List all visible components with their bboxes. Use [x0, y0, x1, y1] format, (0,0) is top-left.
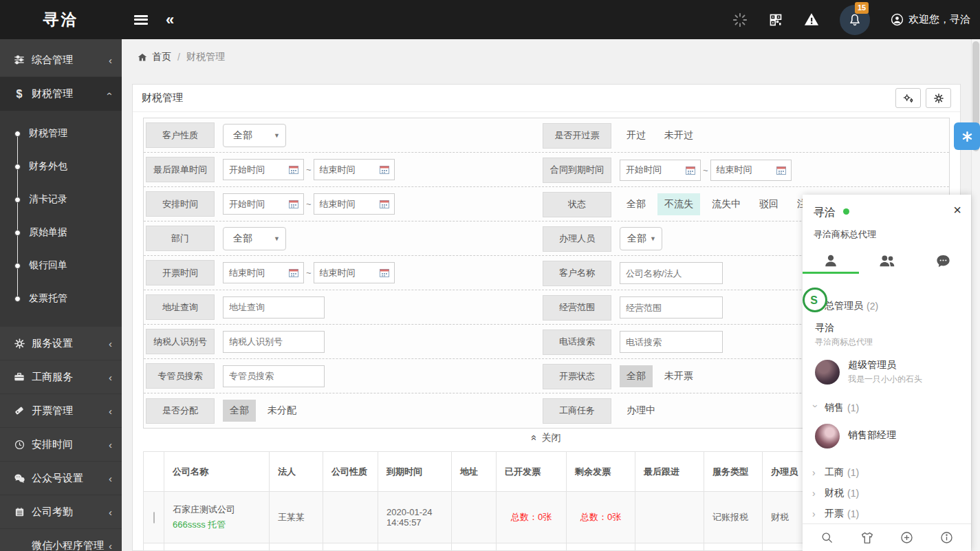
sidebar-item-miniprogram[interactable]: 微信小程序管理 ‹ — [0, 529, 122, 551]
filter-label: 开票时间 — [146, 260, 215, 285]
contact-xunqia[interactable]: S 寻洽 寻洽商标总代理 — [803, 316, 971, 354]
sidebar-item-finance-tax[interactable]: $ 财税管理 ‹ — [0, 77, 122, 111]
user-menu[interactable]: 欢迎您，寻洽 — [891, 13, 970, 26]
chat-header: 寻洽 × — [803, 195, 971, 220]
chevron-left-icon: ‹ — [109, 405, 112, 417]
group-admins[interactable]: › 总管理员 (2) — [803, 296, 971, 316]
info-icon[interactable] — [940, 531, 953, 544]
group-business[interactable]: › 工商 (1) — [803, 462, 971, 483]
option-invoiced-no[interactable]: 未开过 — [657, 125, 700, 147]
columns-settings-button[interactable] — [895, 88, 921, 108]
spinner-icon[interactable] — [732, 12, 748, 28]
breadcrumb-separator: / — [177, 52, 180, 63]
option-assigned-all[interactable]: 全部 — [223, 400, 256, 422]
notifications-button[interactable]: 15 — [840, 5, 870, 35]
group-count: (1) — [847, 508, 859, 519]
chevron-left-icon: ‹ — [109, 540, 112, 551]
option-invoice-status-all[interactable]: 全部 — [620, 365, 653, 387]
submenu-item-finance-tax[interactable]: 财税管理 — [0, 116, 122, 149]
supervisor-search-input[interactable] — [223, 365, 325, 387]
shirt-icon[interactable] — [860, 532, 874, 544]
group-finance[interactable]: › 财税 (1) — [803, 483, 971, 504]
filter-label: 是否分配 — [146, 398, 215, 424]
warning-icon[interactable] — [804, 12, 819, 28]
sidebar-item-invoice-mgmt[interactable]: 开票管理 ‹ — [0, 394, 122, 428]
sidebar-item-attendance[interactable]: 公司考勤 ‹ — [0, 495, 122, 529]
option-invoice-status-none[interactable]: 未开票 — [657, 365, 700, 387]
tilde-separator: ~ — [306, 268, 312, 278]
address-input[interactable] — [223, 296, 325, 318]
hamburger-menu-icon[interactable] — [134, 15, 148, 25]
department-select[interactable]: 全部 ▼ — [223, 227, 286, 250]
submenu-item-invoice-trust[interactable]: 发票托管 — [0, 281, 122, 314]
contact-super-admin[interactable]: 超级管理员 我是一只小小的石头 — [803, 354, 971, 391]
taxpayer-id-input[interactable] — [223, 331, 325, 353]
sidebar-item-service-settings[interactable]: 服务设置 ‹ — [0, 327, 122, 360]
page-scrollbar[interactable] — [971, 39, 980, 551]
tab-groups[interactable] — [859, 248, 915, 274]
sidebar-item-general[interactable]: 综合管理 ‹ — [0, 43, 122, 77]
option-assigned-none[interactable]: 未分配 — [261, 400, 303, 422]
chevron-left-icon: ‹ — [109, 371, 112, 383]
collapse-sidebar-icon[interactable]: « — [166, 0, 174, 39]
chat-close-button[interactable]: × — [953, 203, 961, 217]
group-sales[interactable]: › 销售 (1) — [803, 398, 971, 418]
breadcrumb-home-link[interactable]: 首页 — [137, 51, 171, 63]
chevron-right-icon: › — [812, 467, 819, 478]
customer-name-input[interactable] — [620, 262, 723, 284]
calendar-mini-icon — [289, 268, 298, 277]
row-checkbox[interactable] — [153, 512, 155, 523]
phone-search-input[interactable] — [620, 331, 723, 353]
sidebar-item-official-account[interactable]: 公众号设置 ‹ — [0, 462, 122, 495]
contract-expire-start-date[interactable]: 开始时间 — [620, 160, 701, 181]
breadcrumb-current: 财税管理 — [186, 51, 225, 63]
contract-expire-end-date[interactable]: 结束时间 — [710, 160, 792, 181]
breadcrumb: 首页 / 财税管理 — [122, 39, 971, 75]
col-expire-time: 到期时间 — [378, 452, 452, 492]
arrange-end-date[interactable]: 结束时间 — [314, 193, 395, 215]
last-follow-end-date[interactable]: 结束时间 — [314, 159, 395, 180]
filter-label: 经营范围 — [543, 295, 611, 321]
option-status-rejected[interactable]: 驳回 — [752, 193, 785, 215]
filter-label: 专管员搜索 — [146, 363, 215, 389]
add-icon[interactable] — [900, 531, 913, 544]
filter-label: 合同到期时间 — [543, 158, 611, 183]
option-status-not-lost[interactable]: 不流失 — [657, 193, 700, 215]
bell-icon — [848, 13, 862, 27]
panel-settings-button[interactable] — [926, 88, 951, 108]
calendar-mini-icon — [380, 165, 389, 174]
last-follow-start-date[interactable]: 开始时间 — [223, 159, 304, 180]
avatar: S — [803, 288, 827, 312]
submenu-item-finance-outsource[interactable]: 财务外包 — [0, 149, 122, 182]
avatar — [815, 360, 840, 385]
cell-expire-time: 2020-01-24 14:45:57 — [378, 492, 452, 543]
tab-contacts[interactable] — [803, 248, 859, 274]
submenu-item-original-docs[interactable]: 原始单据 — [0, 215, 122, 248]
filter-label: 办理人员 — [543, 226, 611, 252]
contact-sales-manager[interactable]: 销售部经理 — [803, 418, 971, 454]
sliders-icon — [12, 54, 26, 65]
qr-code-icon[interactable] — [768, 12, 783, 28]
handler-select[interactable]: 全部 ▼ — [620, 227, 662, 250]
option-status-losing[interactable]: 流失中 — [705, 193, 748, 215]
submenu-item-bank-receipt[interactable]: 银行回单 — [0, 248, 122, 281]
sidebar-item-schedule[interactable]: 安排时间 ‹ — [0, 428, 122, 462]
invoice-time-start-date[interactable]: 结束时间 — [223, 262, 304, 283]
submenu-item-card-clearing[interactable]: 清卡记录 — [0, 182, 122, 215]
sidebar-item-label: 微信小程序管理 — [32, 539, 104, 551]
option-status-all[interactable]: 全部 — [620, 193, 653, 215]
arrange-start-date[interactable]: 开始时间 — [223, 193, 304, 215]
option-business-task-processing[interactable]: 办理中 — [620, 400, 662, 422]
company-name[interactable]: 石家庄测试公司 — [173, 504, 261, 516]
business-scope-input[interactable] — [620, 296, 723, 318]
customer-nature-select[interactable]: 全部 ▼ — [223, 124, 286, 147]
asterisk-icon — [961, 131, 973, 142]
search-icon[interactable] — [820, 531, 834, 544]
tab-messages[interactable] — [915, 248, 971, 274]
sidebar-item-business-service[interactable]: 工商服务 ‹ — [0, 360, 122, 394]
group-invoicing[interactable]: › 开票 (1) — [803, 504, 971, 523]
invoice-time-end-date[interactable]: 结束时间 — [314, 262, 395, 283]
calendar-mini-icon — [686, 166, 695, 175]
chat-float-button[interactable] — [954, 122, 980, 150]
option-invoiced-yes[interactable]: 开过 — [620, 125, 653, 147]
